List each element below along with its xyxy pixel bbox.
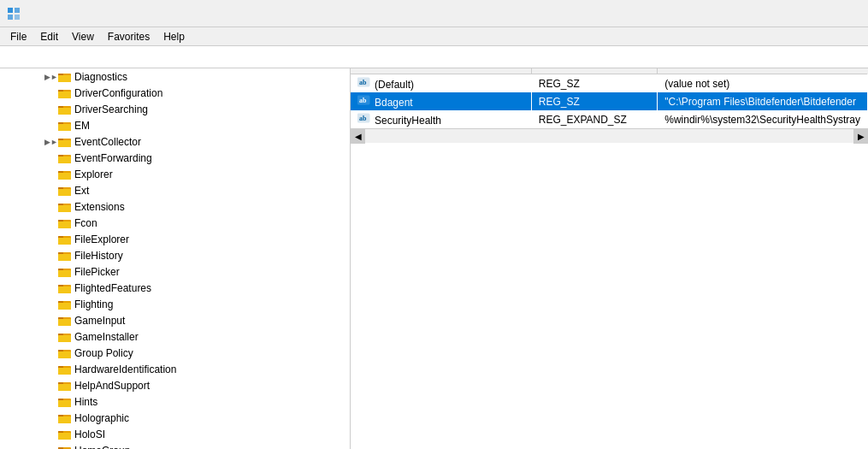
tree-node[interactable]: EventForwarding: [0, 150, 350, 166]
svg-rect-30: [58, 205, 71, 212]
tree-node[interactable]: DriverSearching: [0, 101, 350, 117]
horizontal-scrollbar[interactable]: ◀ ▶: [351, 128, 868, 143]
tree-node[interactable]: HoloSI: [0, 426, 350, 442]
menu-item-file[interactable]: File: [3, 29, 33, 44]
svg-rect-71: [58, 431, 63, 433]
registry-tree[interactable]: ► Diagnostics DriverConfiguration Driver…: [0, 68, 351, 449]
svg-rect-6: [58, 75, 71, 82]
tree-node[interactable]: HelpAndSupport: [0, 377, 350, 393]
tree-node[interactable]: HomeGroup: [0, 442, 350, 449]
tree-expander[interactable]: [44, 101, 58, 117]
svg-rect-50: [58, 317, 63, 319]
folder-icon: [58, 428, 72, 441]
folder-icon: [58, 249, 72, 263]
svg-rect-44: [58, 285, 63, 287]
tree-node[interactable]: Hints: [0, 393, 350, 410]
tree-expander[interactable]: [44, 377, 58, 393]
maximize-button[interactable]: [782, 0, 822, 27]
svg-rect-69: [58, 417, 71, 423]
tree-expander[interactable]: [44, 328, 58, 345]
minimize-button[interactable]: [743, 0, 782, 27]
tree-node[interactable]: GameInput: [0, 312, 350, 328]
menu-item-favorites[interactable]: Favorites: [101, 29, 156, 44]
tree-expander[interactable]: [44, 410, 58, 426]
tree-expander[interactable]: [44, 312, 58, 328]
tree-node[interactable]: Ext: [0, 182, 350, 198]
folder-icon: [58, 70, 72, 84]
svg-rect-23: [58, 171, 63, 173]
tree-expander[interactable]: [44, 263, 58, 280]
tree-expander[interactable]: [44, 117, 58, 133]
tree-expander[interactable]: [44, 247, 58, 263]
svg-rect-29: [58, 204, 63, 205]
tree-node-label: HoloSI: [74, 428, 105, 440]
tree-expander[interactable]: ►: [44, 68, 58, 85]
svg-rect-74: [58, 447, 63, 449]
tree-node-label: HardwareIdentification: [74, 363, 176, 375]
tree-node-label: EventForwarding: [74, 152, 152, 164]
svg-rect-62: [58, 382, 63, 384]
tree-node[interactable]: Holographic: [0, 410, 350, 426]
tree-node[interactable]: FlightedFeatures: [0, 280, 350, 296]
svg-rect-53: [58, 334, 63, 335]
tree-expander[interactable]: [44, 150, 58, 166]
reg-name-text: Bdagent: [375, 97, 413, 109]
svg-rect-57: [58, 352, 71, 358]
reg-name-text: (Default): [375, 79, 414, 91]
tree-node[interactable]: GameInstaller: [0, 328, 350, 345]
tree-node[interactable]: FilePicker: [0, 263, 350, 280]
svg-rect-51: [58, 319, 71, 326]
reg-name-text: SecurityHealth: [375, 115, 441, 127]
tree-node[interactable]: Flighting: [0, 296, 350, 312]
svg-rect-2: [8, 15, 13, 20]
tree-expander[interactable]: [44, 426, 58, 442]
svg-rect-26: [58, 187, 63, 189]
tree-expander[interactable]: [44, 296, 58, 312]
tree-node[interactable]: HardwareIdentification: [0, 361, 350, 377]
folder-icon: [58, 314, 72, 328]
tree-node-label: EM: [74, 120, 90, 132]
close-button[interactable]: [822, 0, 861, 27]
tree-expander[interactable]: [44, 166, 58, 182]
table-row[interactable]: ab BdagentREG_SZ"C:\Program Files\Bitdef…: [351, 92, 868, 110]
menu-item-view[interactable]: View: [65, 29, 101, 44]
tree-node[interactable]: ► Diagnostics: [0, 68, 350, 85]
tree-expander[interactable]: ►: [44, 133, 58, 150]
tree-expander[interactable]: [44, 85, 58, 101]
menu-item-edit[interactable]: Edit: [33, 29, 65, 44]
tree-node-label: Explorer: [74, 168, 113, 180]
tree-node-label: Diagnostics: [74, 71, 127, 83]
tree-node[interactable]: Group Policy: [0, 345, 350, 361]
tree-expander[interactable]: [44, 182, 58, 198]
tree-expander[interactable]: [44, 231, 58, 247]
table-row[interactable]: ab SecurityHealthREG_EXPAND_SZ%windir%\s…: [351, 110, 868, 128]
folder-icon: [58, 395, 72, 409]
tree-node[interactable]: FileHistory: [0, 247, 350, 263]
tree-expander[interactable]: [44, 215, 58, 231]
tree-node[interactable]: Fcon: [0, 215, 350, 231]
svg-rect-41: [58, 269, 63, 270]
tree-node[interactable]: Explorer: [0, 166, 350, 182]
tree-node[interactable]: Extensions: [0, 198, 350, 215]
tree-expander[interactable]: [44, 393, 58, 410]
tree-node[interactable]: DriverConfiguration: [0, 85, 350, 101]
tree-node[interactable]: ► EventCollector: [0, 133, 350, 150]
svg-rect-47: [58, 301, 63, 303]
tree-node-label: FlightedFeatures: [74, 282, 151, 294]
cell-data: (value not set): [658, 74, 868, 93]
svg-rect-42: [58, 270, 71, 277]
tree-node-label: Extensions: [74, 201, 125, 213]
tree-node[interactable]: EM: [0, 117, 350, 133]
tree-expander[interactable]: [44, 361, 58, 377]
tree-expander[interactable]: [44, 442, 58, 449]
cell-name: ab (Default): [351, 74, 531, 93]
folder-icon: [58, 265, 72, 279]
menu-item-help[interactable]: Help: [156, 29, 192, 44]
tree-expander[interactable]: [44, 198, 58, 215]
tree-expander[interactable]: [44, 345, 58, 361]
table-row[interactable]: ab (Default)REG_SZ(value not set): [351, 74, 868, 93]
tree-expander[interactable]: [44, 280, 58, 296]
cell-data: "C:\Program Files\Bitdefender\Bitdefende…: [658, 92, 868, 110]
tree-node[interactable]: FileExplorer: [0, 231, 350, 247]
svg-rect-27: [58, 189, 71, 196]
